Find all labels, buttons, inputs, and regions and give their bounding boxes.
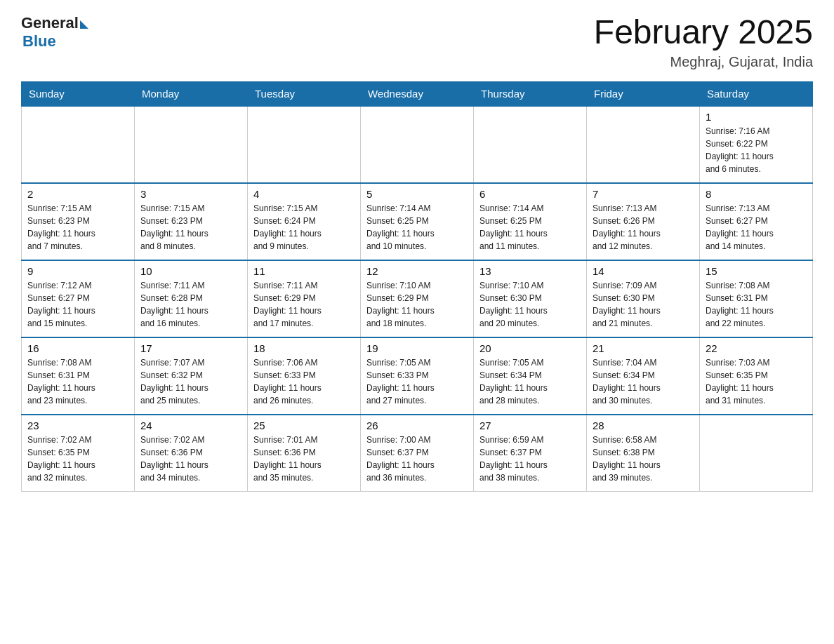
calendar-cell: 5Sunrise: 7:14 AM Sunset: 6:25 PM Daylig… [361, 183, 474, 260]
day-info: Sunrise: 7:05 AM Sunset: 6:33 PM Dayligh… [366, 356, 468, 407]
weekday-header-monday: Monday [135, 81, 248, 106]
calendar-cell: 14Sunrise: 7:09 AM Sunset: 6:30 PM Dayli… [587, 260, 700, 337]
day-number: 5 [366, 188, 468, 200]
logo-arrow-icon [80, 20, 88, 29]
day-number: 8 [706, 188, 807, 200]
title-section: February 2025 Meghraj, Gujarat, India [594, 14, 813, 70]
day-number: 22 [706, 342, 807, 354]
week-row-4: 16Sunrise: 7:08 AM Sunset: 6:31 PM Dayli… [22, 337, 813, 415]
day-info: Sunrise: 7:14 AM Sunset: 6:25 PM Dayligh… [366, 202, 468, 253]
calendar-cell [361, 106, 474, 183]
day-number: 4 [253, 188, 355, 200]
logo-general-text: General [21, 14, 79, 32]
day-number: 26 [366, 420, 468, 431]
calendar-cell [135, 106, 248, 183]
calendar-cell: 11Sunrise: 7:11 AM Sunset: 6:29 PM Dayli… [248, 260, 361, 337]
calendar-cell: 3Sunrise: 7:15 AM Sunset: 6:23 PM Daylig… [135, 183, 248, 260]
calendar-cell: 8Sunrise: 7:13 AM Sunset: 6:27 PM Daylig… [700, 183, 813, 260]
day-info: Sunrise: 6:59 AM Sunset: 6:37 PM Dayligh… [479, 434, 581, 484]
day-number: 18 [253, 342, 355, 354]
calendar-cell: 24Sunrise: 7:02 AM Sunset: 6:36 PM Dayli… [135, 415, 248, 492]
calendar-cell: 13Sunrise: 7:10 AM Sunset: 6:30 PM Dayli… [474, 260, 587, 337]
day-info: Sunrise: 7:16 AM Sunset: 6:22 PM Dayligh… [706, 125, 807, 175]
logo: General Blue [21, 14, 88, 51]
logo-blue-text: Blue [22, 32, 56, 51]
day-number: 15 [706, 265, 807, 277]
calendar-cell: 15Sunrise: 7:08 AM Sunset: 6:31 PM Dayli… [700, 260, 813, 337]
calendar-cell [700, 415, 813, 492]
day-info: Sunrise: 7:13 AM Sunset: 6:27 PM Dayligh… [706, 202, 807, 253]
day-number: 14 [593, 265, 694, 277]
calendar-header-row: SundayMondayTuesdayWednesdayThursdayFrid… [22, 81, 813, 106]
week-row-3: 9Sunrise: 7:12 AM Sunset: 6:27 PM Daylig… [22, 260, 813, 337]
day-info: Sunrise: 7:08 AM Sunset: 6:31 PM Dayligh… [27, 356, 128, 407]
day-info: Sunrise: 7:04 AM Sunset: 6:34 PM Dayligh… [593, 356, 694, 407]
day-number: 24 [140, 420, 241, 431]
calendar-cell: 9Sunrise: 7:12 AM Sunset: 6:27 PM Daylig… [22, 260, 135, 337]
week-row-2: 2Sunrise: 7:15 AM Sunset: 6:23 PM Daylig… [22, 183, 813, 260]
day-number: 6 [479, 188, 581, 200]
day-info: Sunrise: 6:58 AM Sunset: 6:38 PM Dayligh… [593, 434, 694, 484]
day-info: Sunrise: 7:14 AM Sunset: 6:25 PM Dayligh… [479, 202, 581, 253]
calendar-cell: 2Sunrise: 7:15 AM Sunset: 6:23 PM Daylig… [22, 183, 135, 260]
calendar-table: SundayMondayTuesdayWednesdayThursdayFrid… [21, 81, 813, 492]
calendar-cell: 27Sunrise: 6:59 AM Sunset: 6:37 PM Dayli… [474, 415, 587, 492]
day-info: Sunrise: 7:10 AM Sunset: 6:30 PM Dayligh… [479, 279, 581, 330]
day-info: Sunrise: 7:02 AM Sunset: 6:35 PM Dayligh… [27, 434, 128, 484]
day-info: Sunrise: 7:11 AM Sunset: 6:29 PM Dayligh… [253, 279, 355, 330]
day-info: Sunrise: 7:09 AM Sunset: 6:30 PM Dayligh… [593, 279, 694, 330]
week-row-5: 23Sunrise: 7:02 AM Sunset: 6:35 PM Dayli… [22, 415, 813, 492]
calendar-cell: 7Sunrise: 7:13 AM Sunset: 6:26 PM Daylig… [587, 183, 700, 260]
day-number: 7 [593, 188, 694, 200]
day-info: Sunrise: 7:15 AM Sunset: 6:23 PM Dayligh… [140, 202, 241, 253]
weekday-header-thursday: Thursday [474, 81, 587, 106]
day-info: Sunrise: 7:00 AM Sunset: 6:37 PM Dayligh… [366, 434, 468, 484]
calendar-cell: 19Sunrise: 7:05 AM Sunset: 6:33 PM Dayli… [361, 337, 474, 415]
calendar-cell [22, 106, 135, 183]
calendar-cell: 4Sunrise: 7:15 AM Sunset: 6:24 PM Daylig… [248, 183, 361, 260]
day-info: Sunrise: 7:11 AM Sunset: 6:28 PM Dayligh… [140, 279, 241, 330]
calendar-cell: 1Sunrise: 7:16 AM Sunset: 6:22 PM Daylig… [700, 106, 813, 183]
day-number: 1 [706, 111, 807, 123]
day-info: Sunrise: 7:08 AM Sunset: 6:31 PM Dayligh… [706, 279, 807, 330]
calendar-cell: 16Sunrise: 7:08 AM Sunset: 6:31 PM Dayli… [22, 337, 135, 415]
day-info: Sunrise: 7:06 AM Sunset: 6:33 PM Dayligh… [253, 356, 355, 407]
day-info: Sunrise: 7:13 AM Sunset: 6:26 PM Dayligh… [593, 202, 694, 253]
day-number: 13 [479, 265, 581, 277]
day-number: 10 [140, 265, 241, 277]
weekday-header-tuesday: Tuesday [248, 81, 361, 106]
day-number: 23 [27, 420, 128, 431]
day-info: Sunrise: 7:02 AM Sunset: 6:36 PM Dayligh… [140, 434, 241, 484]
calendar-cell: 6Sunrise: 7:14 AM Sunset: 6:25 PM Daylig… [474, 183, 587, 260]
calendar-cell: 28Sunrise: 6:58 AM Sunset: 6:38 PM Dayli… [587, 415, 700, 492]
day-info: Sunrise: 7:12 AM Sunset: 6:27 PM Dayligh… [27, 279, 128, 330]
page-header: General Blue February 2025 Meghraj, Guja… [21, 14, 813, 70]
day-info: Sunrise: 7:15 AM Sunset: 6:23 PM Dayligh… [27, 202, 128, 253]
day-number: 17 [140, 342, 241, 354]
calendar-cell: 21Sunrise: 7:04 AM Sunset: 6:34 PM Dayli… [587, 337, 700, 415]
day-number: 28 [593, 420, 694, 431]
day-number: 25 [253, 420, 355, 431]
weekday-header-sunday: Sunday [22, 81, 135, 106]
weekday-header-saturday: Saturday [700, 81, 813, 106]
day-number: 9 [27, 265, 128, 277]
day-number: 19 [366, 342, 468, 354]
day-number: 2 [27, 188, 128, 200]
calendar-cell [248, 106, 361, 183]
day-number: 3 [140, 188, 241, 200]
calendar-cell: 25Sunrise: 7:01 AM Sunset: 6:36 PM Dayli… [248, 415, 361, 492]
day-info: Sunrise: 7:05 AM Sunset: 6:34 PM Dayligh… [479, 356, 581, 407]
location-text: Meghraj, Gujarat, India [594, 54, 813, 70]
day-info: Sunrise: 7:15 AM Sunset: 6:24 PM Dayligh… [253, 202, 355, 253]
day-number: 27 [479, 420, 581, 431]
day-info: Sunrise: 7:07 AM Sunset: 6:32 PM Dayligh… [140, 356, 241, 407]
day-number: 11 [253, 265, 355, 277]
day-number: 20 [479, 342, 581, 354]
weekday-header-friday: Friday [587, 81, 700, 106]
day-number: 12 [366, 265, 468, 277]
calendar-cell: 20Sunrise: 7:05 AM Sunset: 6:34 PM Dayli… [474, 337, 587, 415]
day-number: 21 [593, 342, 694, 354]
calendar-cell: 22Sunrise: 7:03 AM Sunset: 6:35 PM Dayli… [700, 337, 813, 415]
weekday-header-wednesday: Wednesday [361, 81, 474, 106]
calendar-cell: 23Sunrise: 7:02 AM Sunset: 6:35 PM Dayli… [22, 415, 135, 492]
